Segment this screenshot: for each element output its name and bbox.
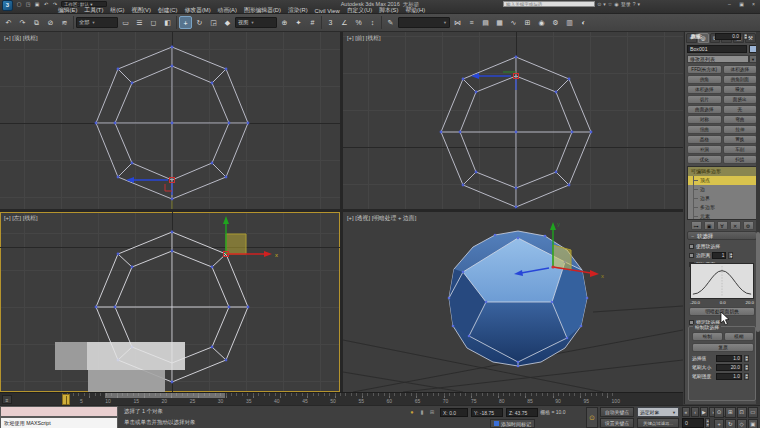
y-coordinate-field[interactable]: Y: -18.75	[471, 408, 503, 417]
modifier-button[interactable]: 补洞	[687, 145, 722, 154]
spinner-arrows[interactable]: ▲▼	[744, 355, 749, 362]
select-link-icon[interactable]: ⧉	[30, 16, 43, 29]
blur-button[interactable]: 模糊	[724, 332, 755, 341]
undo-icon[interactable]: ↶	[2, 16, 15, 29]
stack-subobject-item[interactable]: 边界	[688, 194, 756, 203]
auto-key-button[interactable]: 自动关键点	[600, 407, 634, 417]
render-icon[interactable]: ◐	[577, 16, 590, 29]
selected-vertex[interactable]	[551, 265, 554, 268]
revert-button[interactable]: 复原	[692, 343, 754, 352]
curve-editor-icon[interactable]: ∿	[507, 16, 520, 29]
selection-filter-dropdown[interactable]: 全部▼	[76, 17, 118, 28]
rect-region-icon[interactable]: ◻	[147, 16, 160, 29]
move-gizmo[interactable]	[126, 177, 175, 195]
play-icon[interactable]: ▶	[700, 407, 708, 417]
modifier-button[interactable]: 曲面选择	[687, 105, 722, 114]
layer-manager-icon[interactable]: ▤	[479, 16, 492, 29]
spinner-arrows[interactable]: ▲▼	[743, 33, 748, 40]
remove-modifier-icon[interactable]: ✕	[730, 221, 741, 230]
object-name-field[interactable]: Box001	[687, 45, 747, 53]
stack-editable-poly[interactable]: 可编辑多边形	[688, 167, 756, 176]
stack-subobject-item[interactable]: 边	[688, 185, 756, 194]
maxscript-mini-listener[interactable]: 欢迎使用 MAXScript	[0, 417, 118, 428]
viewport-perspective[interactable]: [+] [透视] [明暗处理 + 边面]	[343, 212, 683, 392]
viewport-front-label[interactable]: [+] [前] [线框]	[347, 34, 381, 43]
stack-subobject-item[interactable]: 元素	[688, 212, 756, 220]
make-unique-icon[interactable]: ∀	[717, 221, 728, 230]
spinner-field[interactable]: 1.0	[716, 373, 742, 380]
falloff-curve-graph[interactable]	[690, 263, 754, 299]
search-history-icon[interactable]: ▾	[603, 1, 606, 7]
modifier-button[interactable]: 车削	[723, 145, 758, 154]
search-input[interactable]	[503, 1, 595, 7]
edit-named-sets-icon[interactable]: ✎	[384, 16, 397, 29]
user-icon[interactable]: ◉	[614, 1, 618, 7]
rendered-frame-icon[interactable]: ▥	[563, 16, 576, 29]
use-pivot-center-icon[interactable]: ⊕	[278, 16, 291, 29]
snap-3d-icon[interactable]: 3	[324, 16, 337, 29]
viewport-top-label[interactable]: [+] [顶] [线框]	[4, 34, 38, 43]
spinner-field[interactable]: 20.0	[716, 364, 742, 371]
move-gizmo[interactable]: x	[223, 216, 278, 258]
align-icon[interactable]: ≡	[465, 16, 478, 29]
percent-snap-icon[interactable]: %	[352, 16, 365, 29]
absolute-mode-icon[interactable]: ⊞	[428, 408, 436, 416]
close-button[interactable]: ×	[749, 1, 758, 7]
move-gizmo[interactable]	[471, 72, 519, 90]
select-place-icon[interactable]: ◆	[221, 16, 234, 29]
unlink-icon[interactable]: ⊘	[44, 16, 57, 29]
show-end-result-icon[interactable]: ▣	[704, 221, 715, 230]
edge-distance-field[interactable]: 1	[712, 252, 726, 259]
soft-selection-rollout-header[interactable]: −软选择	[687, 231, 757, 240]
configure-sets-icon[interactable]: ⚙	[743, 221, 754, 230]
viewport-left-label[interactable]: [+] [左] [线框]	[4, 214, 38, 223]
viewport-front[interactable]: [+] [前] [线框]	[343, 32, 683, 209]
set-keys-button[interactable]: ⊙	[586, 407, 598, 428]
schematic-view-icon[interactable]: ⊞	[521, 16, 534, 29]
maximize-viewport-icon[interactable]: ▣	[748, 419, 758, 428]
modifier-button[interactable]: FFD(长方体)	[687, 65, 722, 74]
save-file-icon[interactable]: ▣	[33, 1, 41, 7]
go-to-start-icon[interactable]: «	[682, 407, 690, 417]
reference-coordinate-dropdown[interactable]: 视图▼	[235, 17, 277, 28]
use-soft-selection-checkbox[interactable]	[689, 244, 694, 249]
panel-scrollbar[interactable]	[756, 32, 760, 404]
modifier-button[interactable]: 体积选择	[687, 85, 722, 94]
angle-snap-icon[interactable]: ∠	[338, 16, 351, 29]
favorites-icon[interactable]: ☆	[608, 1, 612, 7]
zoom-icon[interactable]: ⊙	[714, 407, 724, 418]
modifier-button[interactable]: 弯曲	[723, 115, 758, 124]
named-selection-sets-dropdown[interactable]: ▼	[398, 17, 450, 28]
minimize-button[interactable]: –	[725, 1, 734, 7]
zoom-all-icon[interactable]: ⊞	[725, 407, 735, 418]
stack-subobject-item[interactable]: 多边形	[688, 203, 756, 212]
modifier-button[interactable]: 壳	[723, 105, 758, 114]
keyboard-override-icon[interactable]: #	[306, 16, 319, 29]
orbit-icon[interactable]: ↻	[725, 419, 735, 428]
modifier-button[interactable]: 晶格	[687, 135, 722, 144]
material-editor-icon[interactable]: ◉	[535, 16, 548, 29]
modifier-button[interactable]: 切片	[687, 95, 722, 104]
set-key-button[interactable]: 设置关键点	[600, 418, 634, 428]
redo-icon[interactable]: ↷	[16, 16, 29, 29]
viewport-left-active[interactable]: [+] [左] [线框]	[0, 212, 340, 392]
search-icon[interactable]: ⊙	[597, 1, 601, 7]
spinner-arrows[interactable]: ▲▼	[744, 364, 749, 371]
select-object-icon[interactable]: ▭	[119, 16, 132, 29]
mirror-icon[interactable]: ⋈	[451, 16, 464, 29]
menu-item[interactable]: Civil View	[315, 8, 340, 14]
time-slider-scrubber[interactable]	[62, 394, 70, 405]
prev-frame-icon[interactable]: ‹	[691, 407, 699, 417]
z-coordinate-field[interactable]: Z: 43.75	[506, 408, 538, 417]
add-time-tag-button[interactable]: 添加时间标记	[490, 419, 535, 428]
select-move-icon[interactable]: +	[179, 16, 192, 29]
select-by-name-icon[interactable]: ☰	[133, 16, 146, 29]
modifier-button[interactable]: 优化	[687, 155, 722, 164]
sign-in-link[interactable]: 登录	[621, 1, 631, 7]
select-manipulate-icon[interactable]: ✦	[292, 16, 305, 29]
viewport-top[interactable]: [+] [顶] [线框]	[0, 32, 340, 209]
fov-icon[interactable]: ◇	[737, 419, 747, 428]
modifier-button[interactable]: 拉伸	[723, 125, 758, 134]
zoom-extents-icon[interactable]: ⊡	[737, 407, 747, 418]
modifier-list-dropdown[interactable]: 修改器列表	[687, 55, 749, 63]
